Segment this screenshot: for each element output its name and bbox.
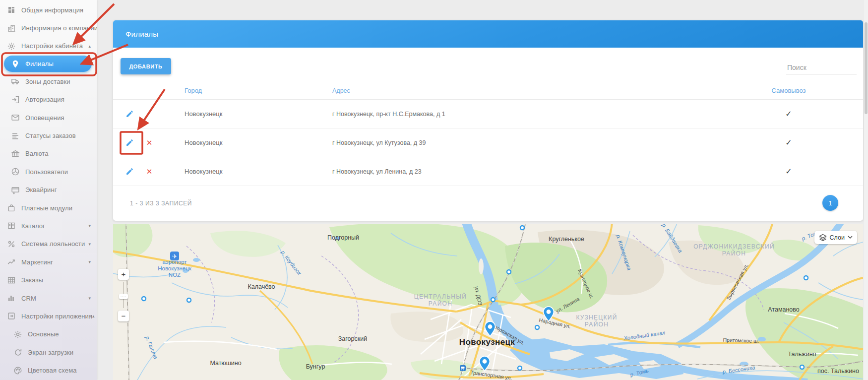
branches-panel: Филиалы ДОБАВИТЬ Город Адрес Самовывоз ✕… xyxy=(113,20,863,221)
sidebar-item-acquiring[interactable]: Эквайринг xyxy=(0,181,97,199)
map-label: Загорский xyxy=(338,335,367,342)
sidebar-item-branches[interactable]: Филиалы xyxy=(4,56,92,72)
sidebar-item-loyalty[interactable]: Система лояльности ▾ xyxy=(0,235,97,253)
zoom-slider-handle[interactable]: ···· xyxy=(119,294,128,299)
edit-branch-button[interactable] xyxy=(125,167,134,176)
transit-stop-icon[interactable] xyxy=(800,365,804,369)
gear-icon xyxy=(8,43,15,50)
sidebar-item-main[interactable]: Основные xyxy=(0,325,97,343)
pagination-summary: 1 - 3 ИЗ 3 ЗАПИСЕЙ xyxy=(130,200,192,207)
app-window-icon xyxy=(8,313,14,319)
sidebar-item-general[interactable]: Общая информация xyxy=(0,1,97,19)
sidebar-item-label: Пользователи xyxy=(25,168,68,176)
map-zoom-control: + ···· − xyxy=(118,269,129,321)
page-scrollbar[interactable] xyxy=(864,0,868,380)
zoom-in-button[interactable]: + xyxy=(118,269,129,280)
caret-icon: ▾ xyxy=(88,242,97,247)
transit-stop-icon[interactable] xyxy=(491,298,495,302)
sidebar-item-catalog[interactable]: Каталог ▾ xyxy=(0,217,97,235)
transit-stop-icon[interactable] xyxy=(187,298,191,302)
sidebar-item-app-settings[interactable]: Настройки приложения ▴ xyxy=(0,307,97,325)
transit-stop-icon[interactable] xyxy=(535,325,539,329)
scrollbar-thumb[interactable] xyxy=(865,22,868,114)
transit-stop-icon[interactable] xyxy=(804,276,808,280)
sidebar-item-delivery-zones[interactable]: Зоны доставки xyxy=(0,72,97,90)
sidebar-item-crm[interactable]: CRM ▾ xyxy=(0,289,97,307)
layers-label: Слои xyxy=(830,234,845,241)
truck-icon xyxy=(12,79,19,84)
header-address[interactable]: Адрес xyxy=(332,87,759,94)
sidebar-item-notifications[interactable]: Оповещения xyxy=(0,109,97,127)
pickup-checkmark: ✓ xyxy=(759,109,818,119)
panel-header: Филиалы xyxy=(113,20,863,48)
sidebar-item-color-scheme[interactable]: Цветовая схема xyxy=(0,361,97,379)
caret-icon: ▴ xyxy=(92,314,97,318)
sidebar-item-users[interactable]: Пользователи xyxy=(0,163,97,181)
header-pickup[interactable]: Самовывоз xyxy=(759,87,818,94)
map-label: Холодный канал xyxy=(623,329,666,341)
add-branch-button[interactable]: ДОБАВИТЬ xyxy=(121,58,171,74)
table-row: ✕ Новокузнецк г Новокузнецк, ул Ленина, … xyxy=(113,157,863,186)
search-input[interactable] xyxy=(786,61,857,74)
transit-stop-icon[interactable] xyxy=(520,226,524,230)
table-icon xyxy=(8,277,15,283)
sidebar-item-paid-modules[interactable]: Платные модули xyxy=(0,199,97,217)
transit-stop-icon[interactable] xyxy=(518,366,522,370)
pencil-icon xyxy=(125,167,134,176)
sidebar-item-currency[interactable]: Валюта xyxy=(0,145,97,163)
delete-branch-button[interactable]: ✕ xyxy=(145,138,154,147)
mail-icon xyxy=(12,115,19,120)
sidebar-item-label: Оповещения xyxy=(25,114,64,122)
sidebar-item-company-info[interactable]: Информация о компании ▾ xyxy=(0,19,97,37)
transit-stop-icon[interactable] xyxy=(142,297,146,301)
sidebar-item-label: Общая информация xyxy=(21,6,83,14)
zoom-out-button[interactable]: − xyxy=(118,311,129,321)
pagination: 1 - 3 ИЗ 3 ЗАПИСЕЙ 1 xyxy=(113,186,863,221)
map-label: РАЙОН xyxy=(722,250,746,257)
reload-icon xyxy=(15,349,21,355)
sidebar-item-authorization[interactable]: Авторизация xyxy=(0,91,97,109)
sidebar-item-orders[interactable]: Заказы xyxy=(0,271,97,289)
sidebar-item-marketing[interactable]: Маркетинг ▾ xyxy=(0,253,97,271)
branch-pin-icon[interactable] xyxy=(485,321,496,336)
delete-branch-button[interactable]: ✕ xyxy=(145,167,154,176)
transit-stop-icon[interactable] xyxy=(507,270,511,274)
header-city[interactable]: Город xyxy=(185,87,332,94)
sidebar-item-cabinet-settings[interactable]: Настройки кабинета ▴ xyxy=(0,37,97,55)
edit-branch-button[interactable] xyxy=(125,138,134,147)
gear-icon xyxy=(14,331,21,338)
users-icon xyxy=(12,169,18,175)
sidebar-item-label: Каталог xyxy=(21,222,45,230)
pencil-icon xyxy=(125,138,134,147)
sidebar-item-splash-screen[interactable]: Экран загрузки xyxy=(0,343,97,361)
map-label: р. Коубизок xyxy=(280,249,303,276)
sidebar-item-label: Система лояльности xyxy=(21,240,85,248)
sidebar-item-label: Маркетинг xyxy=(21,258,53,266)
pickup-checkmark: ✓ xyxy=(759,167,818,176)
map-label: Кругленькое xyxy=(549,236,584,243)
bank-icon xyxy=(12,151,19,157)
layers-button[interactable]: Слои xyxy=(814,231,857,244)
building-icon xyxy=(8,25,15,31)
sidebar-item-label: Настройки приложения xyxy=(21,313,92,320)
sidebar-item-label: Статусы заказов xyxy=(25,132,76,139)
sidebar-item-order-statuses[interactable]: Статусы заказов xyxy=(0,127,97,144)
map-label: Тальжино xyxy=(788,351,816,358)
sidebar-item-label: Авторизация xyxy=(25,96,64,103)
chevron-down-icon xyxy=(848,236,853,239)
branch-address: г Новокузнецк, пр-кт Н.С.Ермакова, д 1 xyxy=(332,111,759,118)
page-title: Филиалы xyxy=(125,30,158,38)
branch-address: г Новокузнецк, ул Ленина, д 23 xyxy=(332,168,759,175)
sidebar-item-label: Экран загрузки xyxy=(28,349,73,356)
sidebar-item-label: Эквайринг xyxy=(25,186,57,193)
map[interactable]: ✈ ПодгорныйКругленькоеКалачёвоЗагорскийБ… xyxy=(113,224,863,380)
edit-branch-button[interactable] xyxy=(125,110,134,119)
map-label: Матюшино xyxy=(210,360,241,367)
page-1-button[interactable]: 1 xyxy=(822,195,838,211)
map-label: ЦЕНТРАЛЬНЫЙ xyxy=(414,293,467,300)
table-row: ✕ Новокузнецк г Новокузнецк, пр-кт Н.С.Е… xyxy=(113,100,863,128)
grid-icon xyxy=(8,7,14,13)
sidebar-item-label: Платные модули xyxy=(21,204,72,212)
sidebar-item-label: Заказы xyxy=(21,276,43,284)
caret-icon: ▾ xyxy=(88,223,97,228)
